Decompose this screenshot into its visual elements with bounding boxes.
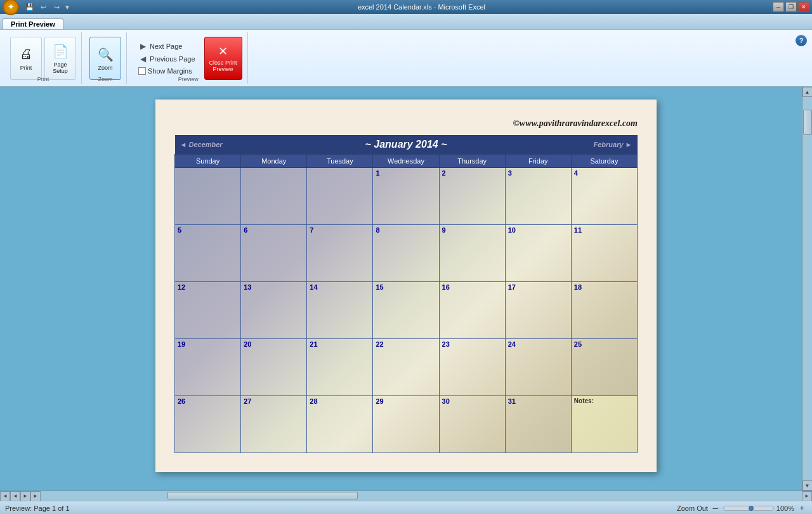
- close-print-preview-button[interactable]: ✕ Close PrintPreview: [204, 37, 242, 80]
- window-close-button[interactable]: ✕: [798, 2, 809, 12]
- hscroll-right-prev-button[interactable]: ►: [20, 491, 30, 501]
- hscroll-thumb[interactable]: [167, 492, 358, 499]
- print-icon: 🖨: [17, 46, 35, 63]
- restore-button[interactable]: ❐: [785, 2, 797, 12]
- day-wednesday: Wednesday: [373, 155, 439, 168]
- cal-cell-3-6: 25: [571, 339, 637, 396]
- day-friday: Friday: [505, 155, 571, 168]
- cal-cell-1-1: 6: [241, 225, 307, 282]
- preview-nav-buttons: ▶ Next Page ◀ Previous Page Show Margins: [134, 41, 199, 76]
- scroll-thumb[interactable]: [803, 110, 812, 135]
- cal-cell-1-0: 5: [175, 225, 241, 282]
- cal-cell-4-0: 26: [175, 396, 241, 453]
- hscroll-track: [41, 491, 802, 501]
- show-margins-checkbox[interactable]: Show Margins: [134, 66, 199, 76]
- tab-print-preview[interactable]: Print Preview: [3, 18, 63, 29]
- ribbon-tabs: Print Preview: [0, 14, 812, 29]
- horizontal-scrollbar[interactable]: ◄ ◄ ► ► ►: [0, 491, 812, 501]
- print-button[interactable]: 🖨 Print: [10, 37, 42, 80]
- ribbon: Print Preview 🖨 Print 📄 PageSetup Print …: [0, 14, 812, 87]
- cal-cell-3-2: 21: [307, 339, 373, 396]
- calendar-table: ◄ December ~ January 2014 ~ February ► S…: [174, 135, 638, 453]
- preview-page-info: Preview: Page 1 of 1: [5, 504, 70, 512]
- scroll-up-button[interactable]: ▲: [802, 87, 813, 97]
- cal-cell-3-4: 23: [439, 339, 505, 396]
- cal-cell-2-4: 16: [439, 282, 505, 339]
- day-monday: Monday: [241, 155, 307, 168]
- day-saturday: Saturday: [571, 155, 637, 168]
- page-setup-icon: 📄: [51, 42, 69, 60]
- cal-cell-1-3: 8: [373, 225, 439, 282]
- cal-cell-2-0: 12: [175, 282, 241, 339]
- cal-cell-2-2: 14: [307, 282, 373, 339]
- cal-cell-4-1: 27: [241, 396, 307, 453]
- zoom-group-label: Zoom: [84, 76, 126, 82]
- vertical-scrollbar[interactable]: ▲ ▼: [802, 87, 812, 491]
- next-page-icon: ▶: [138, 42, 147, 51]
- previous-page-button[interactable]: ◀ Previous Page: [134, 53, 199, 65]
- zoom-button[interactable]: 🔍 Zoom: [89, 37, 121, 80]
- scroll-down-button[interactable]: ▼: [802, 480, 813, 491]
- ribbon-group-zoom: 🔍 Zoom Zoom: [84, 32, 127, 84]
- calendar-days-header: Sunday Monday Tuesday Wednesday Thursday…: [175, 155, 638, 168]
- hscroll-end-button[interactable]: ►: [802, 491, 812, 501]
- help-button[interactable]: ?: [796, 35, 807, 46]
- cal-cell-0-6: 4: [571, 168, 637, 225]
- zoom-in-button[interactable]: +: [797, 503, 807, 513]
- cal-cell-4-3: 29: [373, 396, 439, 453]
- cal-cell-4-5: 31: [505, 396, 571, 453]
- cal-cell-1-4: 9: [439, 225, 505, 282]
- hscroll-left2-button[interactable]: ◄: [10, 491, 20, 501]
- show-margins-check[interactable]: [138, 67, 146, 75]
- next-month-nav[interactable]: February ►: [593, 141, 632, 148]
- day-thursday: Thursday: [439, 155, 505, 168]
- calendar: ◄ December ~ January 2014 ~ February ► S…: [174, 135, 638, 453]
- minimize-button[interactable]: ─: [773, 2, 784, 12]
- cal-cell-3-1: 20: [241, 339, 307, 396]
- hscroll-right2-button[interactable]: ►: [30, 491, 41, 501]
- zoom-indicator: [749, 506, 754, 511]
- cal-cell-4-2: 28: [307, 396, 373, 453]
- cal-cell-1-5: 10: [505, 225, 571, 282]
- cal-cell-4-6: Notes:: [571, 396, 637, 453]
- cal-cell-0-4: 2: [439, 168, 505, 225]
- hscroll-left-button[interactable]: ◄: [0, 491, 10, 501]
- ribbon-content: 🖨 Print 📄 PageSetup Print 🔍 Zoom Zoom: [0, 29, 812, 86]
- status-bar: Preview: Page 1 of 1 Zoom Out ─ 100% +: [0, 501, 812, 514]
- cal-cell-0-0: [175, 168, 241, 225]
- window-title: excel 2014 Calendar.xls - Microsoft Exce…: [70, 3, 773, 11]
- zoom-percent: 100%: [776, 504, 794, 512]
- cal-cell-2-6: 18: [571, 282, 637, 339]
- zoom-icon: 🔍: [96, 46, 114, 63]
- cal-cell-1-2: 7: [307, 225, 373, 282]
- calendar-body: 1234567891011121314151617181920212223242…: [175, 168, 638, 453]
- ribbon-group-preview: ▶ Next Page ◀ Previous Page Show Margins…: [129, 32, 248, 84]
- preview-group-label: Preview: [129, 76, 247, 82]
- prev-month-nav[interactable]: ◄ December: [180, 141, 223, 148]
- cal-cell-3-3: 22: [373, 339, 439, 396]
- cal-cell-3-0: 19: [175, 339, 241, 396]
- cal-cell-0-1: [241, 168, 307, 225]
- cal-cell-2-1: 13: [241, 282, 307, 339]
- cal-cell-2-3: 15: [373, 282, 439, 339]
- zoom-out-button[interactable]: ─: [710, 503, 721, 513]
- save-quick-btn[interactable]: 💾: [24, 1, 36, 13]
- title-bar: ✦ 💾 ↩ ↪ ▼ excel 2014 Calendar.xls - Micr…: [0, 0, 812, 14]
- print-group-label: Print: [5, 76, 81, 82]
- cal-cell-0-5: 3: [505, 168, 571, 225]
- cal-cell-0-3: 1: [373, 168, 439, 225]
- prev-page-icon: ◀: [138, 55, 147, 63]
- zoom-controls: Zoom Out ─ 100% +: [677, 503, 807, 513]
- cal-cell-4-4: 30: [439, 396, 505, 453]
- day-tuesday: Tuesday: [307, 155, 373, 168]
- redo-quick-btn[interactable]: ↪: [51, 1, 62, 13]
- next-page-button[interactable]: ▶ Next Page: [134, 41, 199, 52]
- page-setup-button[interactable]: 📄 PageSetup: [44, 37, 76, 80]
- office-button[interactable]: ✦: [3, 0, 19, 15]
- cal-cell-0-2: [307, 168, 373, 225]
- cal-cell-1-6: 11: [571, 225, 637, 282]
- ribbon-group-print: 🖨 Print 📄 PageSetup Print: [5, 32, 82, 84]
- cal-cell-3-5: 24: [505, 339, 571, 396]
- undo-quick-btn[interactable]: ↩: [37, 1, 49, 13]
- zoom-bar[interactable]: [723, 506, 774, 511]
